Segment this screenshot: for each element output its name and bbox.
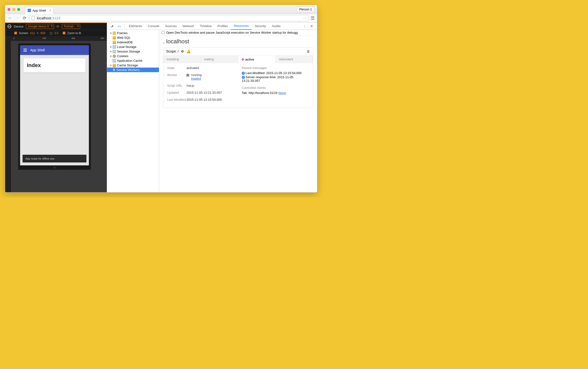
dimension-times: × — [37, 31, 39, 35]
storage-icon — [113, 59, 116, 62]
sw-settings-icon[interactable]: ⚙ — [181, 49, 184, 53]
sw-msg-1: Last-Modified: 2015-11-05 13:15:54.000 — [246, 71, 301, 75]
resource-item-frames[interactable]: Frames — [107, 31, 159, 35]
android-nav-bar: ≡ — [18, 165, 91, 170]
sw-modified-label: Last-Modified — [167, 98, 186, 102]
bookmark-star-icon[interactable]: ☆ — [303, 16, 306, 20]
screen-width[interactable]: 412 — [30, 31, 35, 35]
resource-item-local-storage[interactable]: Local Storage — [107, 45, 159, 49]
zoom-label: Zoom to fit — [67, 31, 81, 35]
sw-script-label: Script URL — [167, 84, 186, 87]
traffic-lights — [8, 8, 20, 11]
sw-clients-title: Controlled clients — [242, 86, 309, 90]
devtools-close-icon[interactable]: ✕ — [308, 24, 315, 28]
menu-icon[interactable] — [23, 50, 27, 50]
expand-icon — [110, 46, 112, 48]
url-port: :3123 — [51, 16, 60, 20]
info-icon: i — [242, 76, 245, 79]
device-mode-toggle-icon[interactable]: ▭ — [116, 24, 123, 28]
resource-item-service-workers[interactable]: ⚙Service Workers — [107, 68, 159, 72]
zoom-checkbox[interactable] — [63, 32, 65, 34]
expand-icon — [110, 32, 112, 34]
storage-icon — [113, 45, 116, 49]
reload-button[interactable]: ⟳ — [22, 15, 27, 21]
site-info-icon[interactable] — [31, 16, 35, 20]
folder-icon — [113, 31, 116, 35]
browser-toolbar: ← → ⟳ localhost:3123 ☆ ☰ — [5, 14, 317, 22]
devtools-tabstrip: ⬈ ▭ ElementsConsoleSourcesNetworkTimelin… — [107, 22, 317, 30]
address-bar[interactable]: localhost:3123 ☆ — [29, 15, 308, 21]
no-throttling-icon[interactable] — [8, 24, 11, 28]
sw-inspect-link[interactable]: inspect — [191, 77, 201, 80]
orientation-select[interactable]: Portrait - — [62, 24, 80, 29]
resource-item-cache-storage[interactable]: Cache Storage — [107, 63, 159, 68]
devtools-tab-elements[interactable]: Elements — [126, 22, 145, 30]
sw-tab-installing[interactable]: installing — [163, 55, 201, 63]
sw-tab-redundant[interactable]: redundant — [276, 55, 313, 63]
device-select[interactable]: Google Nexus 6 — [26, 24, 54, 29]
resource-item-session-storage[interactable]: Session Storage — [107, 49, 159, 54]
zoom-window-button[interactable] — [17, 8, 20, 11]
forward-button[interactable]: → — [15, 15, 20, 20]
devtools-more-icon[interactable]: ⋮ — [301, 24, 308, 28]
cookie-icon — [113, 54, 116, 58]
close-window-button[interactable] — [8, 8, 10, 11]
screen-checkbox[interactable] — [14, 32, 17, 34]
screen-height[interactable]: 659 — [41, 31, 45, 35]
sw-bell-icon[interactable]: 🔔 — [186, 49, 191, 53]
sw-tab-active[interactable]: ⚙ active — [238, 55, 276, 63]
sw-updated-label: Updated — [167, 91, 186, 94]
db-icon — [113, 36, 116, 40]
sw-host-heading: . localhost — [159, 36, 317, 46]
inspect-element-icon[interactable]: ⬈ — [109, 24, 116, 28]
sw-focus-link[interactable]: focus — [279, 91, 286, 95]
resource-item-application-cache[interactable]: Application Cache — [107, 58, 159, 63]
devtools-tab-resources[interactable]: Resources — [231, 22, 252, 30]
db-icon — [113, 41, 116, 44]
devtools-tab-console[interactable]: Console — [145, 22, 162, 30]
resources-tree: FramesWeb SQLIndexedDBLocal StorageSessi… — [107, 30, 159, 192]
sw-modified-value: 2015-11-05 13:15:54.000 — [186, 98, 222, 102]
sw-panel: Scope: / ⚙ 🔔 🗑 installingwaiting⚙ active… — [163, 47, 313, 108]
stop-worker-icon[interactable] — [186, 74, 189, 77]
page-favicon — [28, 9, 31, 12]
devtools-tab-network[interactable]: Network — [180, 22, 197, 30]
sw-pause-checkbox[interactable] — [162, 31, 165, 34]
devtools-tab-audits[interactable]: Audits — [269, 22, 283, 30]
card-heading: Index — [27, 62, 82, 69]
device-viewport: 0 150 300 450 App Shell Index — [5, 36, 107, 192]
sw-delete-icon[interactable]: 🗑 — [307, 49, 310, 53]
resource-item-indexeddb[interactable]: IndexedDB — [107, 40, 159, 45]
emulated-screen[interactable]: App Shell Index App ready for offline us… — [20, 45, 89, 167]
sw-worker-label: Worker — [167, 73, 186, 80]
resources-main: Open DevTools window and pause JavaScrip… — [159, 30, 317, 192]
sw-msg-2: Server response time: 2015-11-05 13:21:3… — [242, 75, 293, 82]
devtools-tab-profiles[interactable]: Profiles — [215, 22, 231, 30]
sw-updated-value: 2015-11-05 13:21:33.057 — [186, 91, 222, 94]
minimize-window-button[interactable] — [12, 8, 15, 11]
close-tab-button[interactable]: × — [49, 9, 51, 12]
device-refresh-icon[interactable]: ⟳ — [56, 24, 59, 28]
devtools-tab-timeline[interactable]: Timeline — [197, 22, 215, 30]
device-toolbar: Device Google Nexus 6 ⟳ Portrait - — [5, 22, 107, 30]
titlebar: App Shell × Person 1 — [5, 5, 317, 14]
resource-item-cookies[interactable]: Cookies — [107, 54, 159, 58]
back-button[interactable]: ← — [8, 15, 12, 20]
chrome-menu-button[interactable]: ☰ — [311, 15, 315, 21]
resource-item-web-sql[interactable]: Web SQL — [107, 35, 159, 40]
content-area: Device Google Nexus 6 ⟳ Portrait - Scree… — [5, 22, 317, 192]
app-bar: App Shell — [20, 45, 89, 55]
content-card: Index — [23, 58, 85, 72]
device-pixel-ratio[interactable]: 3.5 — [54, 31, 58, 35]
devtools-tab-sources[interactable]: Sources — [162, 22, 180, 30]
sw-scope-label: Scope: / — [166, 49, 178, 53]
db-icon — [113, 64, 116, 67]
profile-button[interactable]: Person 1 — [297, 7, 315, 12]
vertical-ruler — [5, 36, 11, 192]
devtools-tab-security[interactable]: Security — [252, 22, 269, 30]
sw-tab-waiting[interactable]: waiting — [201, 55, 238, 63]
app-title: App Shell — [30, 48, 45, 52]
sw-recent-title: Recent messages — [242, 66, 309, 70]
browser-tab[interactable]: App Shell × — [25, 7, 53, 14]
sw-scope-header: Scope: / ⚙ 🔔 🗑 — [163, 47, 313, 55]
